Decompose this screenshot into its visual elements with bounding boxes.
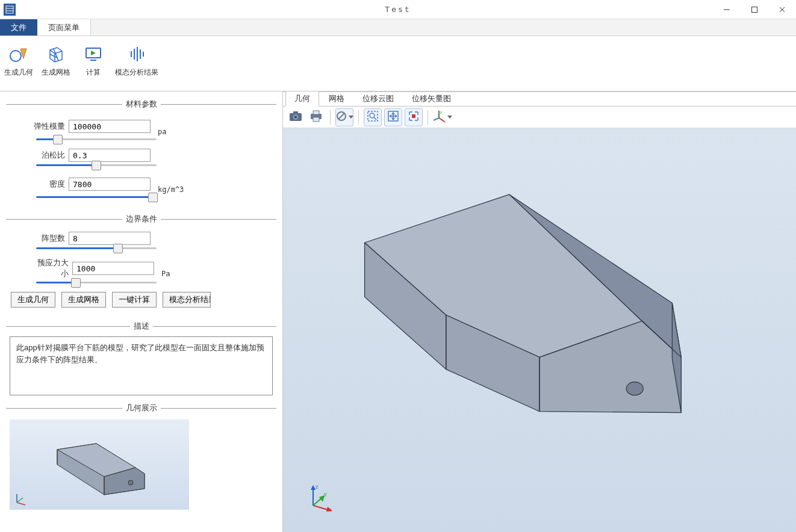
group-material: 材料参数 弹性模量 pa 泊松比 密度 kg/m^3 [6, 99, 276, 209]
3d-viewport[interactable]: z y x [283, 128, 796, 532]
ribbon: 生成几何 生成网格 计算 模态分析结果 [0, 36, 796, 91]
viewer-tab-geometry[interactable]: 几何 [285, 91, 319, 107]
print-button[interactable] [307, 108, 325, 126]
input-elastic-modulus[interactable] [69, 120, 151, 133]
viewer-tabs: 几何 网格 位移云图 位移矢量图 [283, 92, 796, 107]
svg-point-16 [128, 480, 133, 485]
slider-mode-count[interactable] [36, 247, 157, 249]
close-button[interactable] [768, 0, 796, 19]
model-render [283, 128, 796, 532]
slider-elastic-modulus[interactable] [36, 138, 157, 140]
ribbon-label: 生成网格 [42, 67, 70, 78]
svg-text:z: z [316, 484, 319, 490]
svg-text:y: y [324, 491, 327, 497]
label-poisson: 泊松比 [30, 150, 65, 161]
group-title: 几何展示 [122, 403, 161, 413]
input-density[interactable] [69, 178, 151, 191]
btn-one-click-compute[interactable]: 一键计算 [112, 292, 157, 308]
svg-point-48 [626, 382, 643, 395]
ribbon-generate-mesh[interactable]: 生成网格 [37, 41, 75, 91]
menu-tabstrip: 文件 页面菜单 [0, 19, 796, 36]
svg-marker-50 [311, 485, 316, 490]
btn-generate-geometry[interactable]: 生成几何 [11, 292, 55, 308]
tab-page-menu[interactable]: 页面菜单 [37, 19, 91, 36]
viewer-tab-displacement[interactable]: 位移云图 [354, 91, 402, 106]
axes-icon: xy [432, 110, 446, 125]
viewer-panel: 几何 网格 位移云图 位移矢量图 xy [283, 91, 796, 532]
group-boundary: 边界条件 阵型数 预应力大小 Pa 生成几何 生成网格 一键计算 模态分析结果 [6, 214, 276, 316]
svg-line-19 [17, 498, 23, 503]
svg-rect-21 [293, 111, 298, 114]
viewer-tab-mesh[interactable]: 网格 [320, 91, 353, 106]
group-title: 描述 [130, 321, 153, 332]
ribbon-generate-geometry[interactable]: 生成几何 [0, 41, 37, 91]
unit-preload: Pa [161, 270, 170, 278]
group-description: 描述 此app针对揭膜平台下筋的模型，研究了此模型在一面固支且整体施加预应力条件… [6, 321, 276, 398]
svg-text:x: x [329, 507, 332, 513]
unit-elastic: pa [158, 128, 166, 136]
svg-point-30 [370, 113, 375, 118]
slider-density[interactable] [36, 196, 157, 198]
minimize-button[interactable] [713, 0, 741, 19]
svg-point-23 [294, 116, 297, 119]
svg-rect-25 [313, 111, 319, 114]
group-title: 边界条件 [122, 214, 161, 224]
screenshot-button[interactable] [287, 108, 305, 126]
input-preload[interactable] [72, 262, 154, 275]
svg-rect-26 [313, 117, 319, 122]
app-icon [4, 4, 16, 16]
description-text: 此app针对揭膜平台下筋的模型，研究了此模型在一面固支且整体施加预应力条件下的阵… [10, 336, 273, 395]
svg-text:x: x [444, 120, 446, 123]
svg-rect-2 [752, 7, 757, 12]
no-select-icon [336, 111, 347, 123]
ribbon-label: 生成几何 [4, 67, 33, 78]
ribbon-label: 计算 [86, 67, 101, 78]
ribbon-modal-results[interactable]: 模态分析结果 [112, 41, 161, 91]
label-density: 密度 [30, 179, 65, 190]
zoom-box-icon [367, 110, 379, 124]
svg-line-18 [17, 503, 25, 505]
svg-rect-33 [412, 114, 415, 118]
zoom-extents-button[interactable] [384, 108, 402, 126]
geometry-thumbnail [10, 419, 189, 510]
titlebar: Test [0, 0, 796, 19]
zoom-extents-icon [387, 110, 399, 124]
compute-icon [83, 43, 104, 65]
view-orientation-button[interactable]: xy [433, 108, 451, 126]
orientation-axes-icon: z y x [305, 483, 335, 513]
svg-line-28 [338, 113, 344, 119]
label-mode-count: 阵型数 [30, 233, 65, 244]
selection-mode-button[interactable] [335, 108, 353, 126]
svg-point-3 [10, 51, 21, 61]
maximize-button[interactable] [741, 0, 768, 19]
btn-generate-mesh[interactable]: 生成网格 [61, 292, 106, 308]
zoom-select-icon [408, 110, 420, 124]
zoom-selected-button[interactable] [405, 108, 423, 126]
viewer-tab-vector[interactable]: 位移矢量图 [403, 91, 459, 106]
slider-poisson[interactable] [36, 164, 157, 166]
viewer-toolbar: xy [283, 107, 796, 128]
printer-icon [309, 110, 323, 124]
btn-modal-results[interactable]: 模态分析结果 [163, 292, 211, 308]
group-geometry-preview: 几何展示 [6, 403, 276, 512]
camera-icon [289, 111, 302, 123]
input-poisson[interactable] [69, 149, 151, 162]
svg-rect-0 [6, 6, 13, 13]
geometry-icon [8, 43, 29, 65]
svg-line-31 [374, 117, 376, 120]
svg-line-36 [434, 118, 439, 120]
window-title: Test [385, 5, 411, 14]
results-icon [126, 43, 147, 65]
svg-text:y: y [440, 110, 442, 114]
slider-preload[interactable] [36, 282, 157, 283]
group-title: 材料参数 [122, 99, 161, 110]
input-mode-count[interactable] [69, 232, 151, 245]
mesh-icon [46, 43, 66, 65]
zoom-box-button[interactable] [364, 108, 382, 126]
label-preload: 预应力大小 [30, 258, 69, 279]
ribbon-label: 模态分析结果 [115, 67, 158, 78]
label-elastic-modulus: 弹性模量 [30, 121, 65, 132]
ribbon-compute[interactable]: 计算 [75, 41, 112, 91]
tab-file[interactable]: 文件 [0, 19, 37, 36]
parameters-panel: 材料参数 弹性模量 pa 泊松比 密度 kg/m^3 边界条件 阵型 [0, 91, 283, 532]
